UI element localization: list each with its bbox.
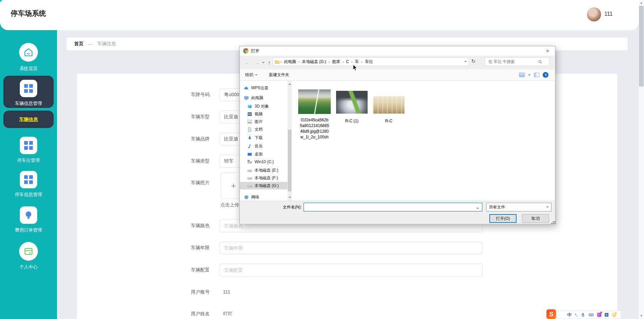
filename-label: 文件名(N): [260, 203, 302, 211]
scrollbar-down-icon[interactable]: ▼ [640, 314, 643, 317]
sidebar-item-parking-space-mgmt[interactable] [20, 137, 37, 154]
sidebar-item-home[interactable] [19, 43, 38, 62]
place-pictures[interactable]: 图片 [240, 118, 287, 125]
network-icon [244, 195, 249, 200]
address-dropdown-caret-icon[interactable] [464, 61, 467, 64]
place-downloads[interactable]: 下载 [240, 134, 287, 141]
place-drive-f[interactable]: 本地磁盘 (F:) [240, 174, 287, 182]
filename-input[interactable] [304, 203, 482, 211]
back-icon[interactable]: ← [245, 60, 250, 65]
file-open-dialog: 打开 × ← → ↑ › 此电脑 › 本地磁盘 (G:) › 图库 › C › … [239, 46, 555, 224]
sidebar-subitem-vehicle-info-label[interactable]: 车辆信息 [3, 111, 54, 128]
file-item-rc1[interactable]: R-C (1) [336, 91, 368, 124]
path-c[interactable]: C [344, 59, 351, 64]
close-icon[interactable]: × [540, 46, 555, 56]
field-label-username: 用户姓名 [154, 311, 210, 317]
place-wps-cloud[interactable]: WPS云盘 [240, 84, 287, 91]
page-scrollbar-thumb[interactable] [639, 6, 644, 86]
filename-dropdown-caret-icon[interactable] [476, 208, 479, 210]
search-input[interactable] [488, 59, 538, 64]
file-item-rc[interactable]: R-C [373, 96, 405, 124]
user-account-value: 111 [223, 289, 230, 295]
filetype-value: 所有文件 [489, 204, 505, 210]
up-icon[interactable]: ↑ [268, 60, 271, 65]
new-folder-button[interactable]: 新建文件夹 [269, 72, 289, 78]
file-thumbnail [336, 91, 368, 114]
microphone-icon[interactable] [581, 313, 585, 317]
path-this-pc[interactable]: 此电脑 [282, 59, 298, 65]
organize-button[interactable]: 组织 [245, 72, 258, 78]
scroll-down-icon[interactable] [288, 197, 291, 199]
field-label-type: 车辆类型 [154, 158, 210, 164]
place-drive-e[interactable]: 本地磁盘 (E:) [240, 167, 287, 174]
sidebar-item-vehicle-info-mgmt-label[interactable]: 车辆信息管理 [0, 101, 57, 107]
file-thumbnail [373, 96, 405, 114]
music-icon [247, 144, 252, 149]
forward-icon[interactable]: → [255, 60, 260, 65]
sidebar-subitem-vehicle-info[interactable]: 车辆信息 [3, 111, 54, 128]
chrome-icon [243, 48, 249, 54]
vehicle-config-input[interactable] [220, 264, 483, 276]
ime-toolbar: 中 °, [553, 311, 621, 319]
cancel-button[interactable]: 取消 [522, 214, 549, 223]
sidebar-item-fee-order-mgmt[interactable] [20, 206, 37, 224]
sidebar-item-parking-info-mgmt[interactable] [20, 171, 37, 188]
place-network[interactable]: 网络 [240, 193, 287, 201]
place-documents[interactable]: 文档 [240, 126, 287, 133]
recent-locations-caret-icon[interactable] [262, 62, 265, 65]
place-drive-g[interactable]: 本地磁盘 (G:) [240, 182, 287, 189]
grid-icon [20, 137, 37, 154]
places-scrollbar-thumb[interactable] [288, 130, 291, 191]
refresh-icon[interactable]: ↻ [471, 58, 476, 64]
avatar[interactable] [587, 7, 601, 21]
view-caret-icon[interactable] [528, 74, 531, 77]
vehicle-age-input[interactable] [220, 242, 483, 254]
app-header: 停车场系统 111 [0, 0, 639, 30]
windows-drive-icon [247, 160, 252, 165]
place-3d-objects[interactable]: 3D 对象 [240, 103, 287, 110]
place-this-pc[interactable]: 此电脑 [240, 94, 287, 102]
place-desktop[interactable]: 桌面 [240, 150, 287, 158]
place-drive-c[interactable]: Win10 (C:) [240, 158, 287, 166]
scrollbar-up-icon[interactable]: ▲ [640, 1, 643, 4]
desktop-icon [247, 152, 252, 157]
place-videos[interactable]: 视频 [240, 110, 287, 118]
open-button[interactable]: 打开(O) [489, 214, 517, 223]
path-separator: › [351, 60, 353, 64]
document-icon [247, 127, 252, 132]
place-music[interactable]: 音乐 [240, 142, 287, 150]
preview-pane-icon[interactable] [534, 73, 539, 77]
ime-punctuation-button[interactable]: °, [575, 313, 577, 317]
scroll-up-icon[interactable] [288, 82, 291, 85]
dialog-toolbar: 组织 新建文件夹 ? [240, 69, 555, 81]
sidebar-item-home-label[interactable]: 系统首页 [0, 66, 57, 72]
resize-grip[interactable] [553, 221, 554, 222]
bulb-icon [20, 206, 37, 224]
sidebar-item-fee-order-mgmt-label[interactable]: 费用订单管理 [0, 227, 57, 233]
sidebar-item-parking-info-mgmt-label[interactable]: 停车信息管理 [0, 192, 57, 198]
sidebar-item-personal-center-label[interactable]: 个人中心 [0, 264, 57, 270]
breadcrumb-home[interactable]: 首页 [74, 41, 84, 47]
path-che[interactable]: 车 [353, 59, 361, 65]
field-label-account: 用户账号 [154, 289, 210, 295]
toolbox-icon[interactable] [605, 313, 608, 317]
path-chewei[interactable]: 车位 [363, 59, 375, 65]
keyboard-icon[interactable] [589, 312, 594, 317]
filetype-select[interactable]: 所有文件 [486, 203, 551, 211]
cloud-icon [244, 85, 249, 90]
sidebar-item-parking-space-mgmt-label[interactable]: 停车位管理 [0, 157, 57, 164]
ime-mode-button[interactable]: 中 [567, 312, 572, 318]
path-gallery[interactable]: 图库 [330, 59, 342, 65]
search-box[interactable] [485, 57, 549, 66]
file-item-long-jpg[interactable]: 01f2e45ca562b 5a80121416885 48d9.jpg@128… [298, 89, 331, 140]
view-thumbnails-icon[interactable] [519, 73, 525, 77]
address-bar[interactable]: › 此电脑 › 本地磁盘 (G:) › 图库 › C › 车 › 车位 [273, 57, 469, 66]
emoji-icon[interactable] [612, 313, 616, 317]
skin-icon[interactable] [597, 313, 601, 317]
user-name-value: 吖吖 [223, 311, 232, 317]
help-icon[interactable]: ? [543, 72, 548, 78]
sidebar: 系统首页 车辆信息管理 车辆信息 停车位管理 停车信息管理 费用订单管理 个人中… [0, 0, 57, 319]
sidebar-item-personal-center[interactable] [19, 242, 38, 261]
path-drive-g[interactable]: 本地磁盘 (G:) [300, 59, 328, 65]
sogou-logo-icon[interactable]: S [546, 309, 556, 319]
